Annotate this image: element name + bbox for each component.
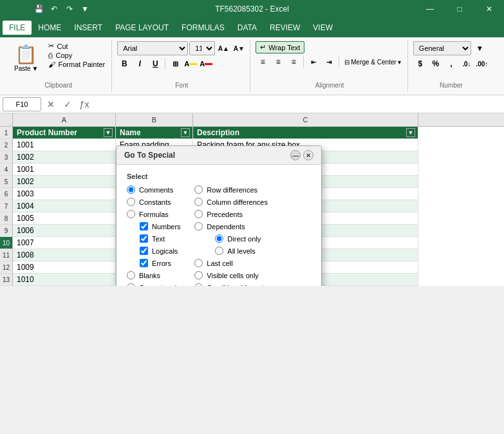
format-painter-btn[interactable]: 🖌 Format Painter	[46, 60, 107, 69]
cell-a10[interactable]: 1007	[13, 237, 116, 249]
cell-a13[interactable]: 1010	[13, 274, 116, 286]
col-header-b[interactable]: B	[116, 113, 193, 126]
menu-view[interactable]: VIEW	[306, 21, 339, 35]
wrap-text-btn[interactable]: ↵ Wrap Text	[256, 41, 304, 53]
font-size-select[interactable]: 11	[189, 41, 215, 55]
checkbox-errors[interactable]	[140, 259, 148, 267]
align-center-btn[interactable]: ≡	[271, 55, 285, 69]
radio-visible-only[interactable]	[194, 271, 203, 279]
merge-center-btn[interactable]: ⊟ Merge & Center ▾	[342, 57, 404, 67]
option-errors[interactable]: Errors	[140, 259, 184, 267]
cell-a6[interactable]: 1003	[13, 188, 116, 200]
decrease-indent-btn[interactable]: ⇤	[306, 55, 321, 69]
filter-arrow-b[interactable]: ▼	[181, 128, 190, 137]
radio-conditional-formats[interactable]	[194, 283, 203, 286]
option-dependents[interactable]: Dependents	[194, 222, 268, 231]
redo-qat-btn[interactable]: ↷	[63, 3, 76, 15]
copy-btn[interactable]: ⎙ Copy	[46, 51, 107, 60]
radio-col-diff[interactable]	[194, 198, 203, 206]
bold-btn[interactable]: B	[117, 57, 131, 71]
option-precedents[interactable]: Precedents	[194, 210, 268, 218]
checkbox-logicals[interactable]	[140, 247, 148, 255]
radio-all-levels[interactable]	[215, 247, 223, 255]
cell-a12[interactable]: 1009	[13, 261, 116, 274]
align-left-btn[interactable]: ≡	[256, 55, 270, 69]
border-btn[interactable]: ⊞	[168, 57, 182, 71]
radio-current-region[interactable]	[127, 283, 135, 286]
increase-font-btn[interactable]: A▲	[216, 41, 230, 55]
cell-a8[interactable]: 1005	[13, 212, 116, 225]
decrease-decimal-btn[interactable]: .0↓	[460, 57, 474, 71]
number-format-select[interactable]: General	[413, 41, 471, 55]
undo-qat-btn[interactable]: ↶	[48, 3, 61, 15]
accounting-btn[interactable]: $	[413, 57, 427, 71]
option-blanks[interactable]: Blanks	[127, 271, 184, 279]
option-visible-only[interactable]: Visible cells only	[194, 271, 268, 279]
underline-btn[interactable]: U	[148, 57, 162, 71]
cancel-formula-icon[interactable]: ✕	[44, 97, 58, 111]
font-name-select[interactable]: Arial	[117, 41, 188, 55]
filter-arrow-a[interactable]: ▼	[104, 128, 113, 137]
formula-input[interactable]	[94, 97, 501, 111]
dialog-minimize-btn[interactable]: —	[290, 150, 301, 160]
header-product-number[interactable]: Product Number ▼	[13, 127, 116, 139]
checkbox-numbers[interactable]	[140, 222, 148, 231]
option-row-diff[interactable]: Row differences	[194, 185, 268, 194]
option-logicals[interactable]: Logicals	[140, 247, 184, 255]
menu-data[interactable]: DATA	[231, 21, 263, 35]
cell-a4[interactable]: 1001	[13, 164, 116, 176]
radio-dependents[interactable]	[194, 222, 203, 231]
header-description[interactable]: Description ▼	[193, 127, 418, 139]
menu-formulas[interactable]: FORMULAS	[175, 21, 231, 35]
radio-blanks[interactable]	[127, 271, 135, 279]
align-right-btn[interactable]: ≡	[286, 55, 301, 69]
menu-file[interactable]: FILE	[3, 21, 32, 35]
cell-a9[interactable]: 1006	[13, 225, 116, 237]
radio-last-cell[interactable]	[194, 259, 203, 267]
col-header-c[interactable]: C	[193, 113, 418, 126]
insert-function-icon[interactable]: ƒx	[77, 97, 91, 111]
cell-a5[interactable]: 1002	[13, 176, 116, 188]
radio-constants[interactable]	[127, 198, 135, 206]
cell-a2[interactable]: 1001	[13, 139, 116, 151]
decrease-font-btn[interactable]: A▼	[232, 41, 246, 55]
percent-btn[interactable]: %	[429, 57, 443, 71]
cell-a7[interactable]: 1004	[13, 200, 116, 212]
increase-indent-btn[interactable]: ⇥	[322, 55, 336, 69]
close-btn[interactable]: ✕	[474, 0, 504, 18]
increase-decimal-btn[interactable]: .00↑	[475, 57, 489, 71]
number-format-arrow[interactable]: ▾	[472, 41, 487, 55]
radio-comments[interactable]	[127, 185, 135, 194]
save-qat-btn[interactable]: 💾	[32, 3, 45, 15]
radio-direct-only[interactable]	[215, 234, 223, 243]
italic-btn[interactable]: I	[133, 57, 147, 71]
radio-row-diff[interactable]	[194, 185, 203, 194]
confirm-formula-icon[interactable]: ✓	[61, 97, 75, 111]
minimize-btn[interactable]: —	[415, 0, 445, 18]
col-header-a[interactable]: A	[13, 113, 116, 126]
option-constants[interactable]: Constants	[127, 198, 184, 206]
comma-btn[interactable]: ,	[444, 57, 458, 71]
option-current-region[interactable]: Current region	[127, 283, 184, 286]
merge-arrow[interactable]: ▾	[398, 59, 401, 66]
menu-home[interactable]: HOME	[32, 21, 68, 35]
checkbox-text[interactable]	[140, 234, 148, 243]
paste-arrow[interactable]: ▼	[32, 65, 39, 72]
option-last-cell[interactable]: Last cell	[194, 259, 268, 267]
header-name[interactable]: Name ▼	[116, 127, 193, 139]
menu-review[interactable]: REVIEW	[263, 21, 306, 35]
cell-a3[interactable]: 1002	[13, 151, 116, 164]
radio-formulas[interactable]	[127, 210, 135, 218]
radio-precedents[interactable]	[194, 210, 203, 218]
cell-a11[interactable]: 1008	[13, 249, 116, 261]
option-formulas[interactable]: Formulas	[127, 210, 184, 218]
option-comments[interactable]: Comments	[127, 185, 184, 194]
option-text[interactable]: Text	[140, 234, 184, 243]
more-qat-btn[interactable]: ▼	[79, 3, 91, 15]
option-numbers[interactable]: Numbers	[140, 222, 184, 231]
cut-btn[interactable]: ✂ Cut	[46, 41, 107, 51]
option-conditional-formats[interactable]: Conditional formats	[194, 283, 268, 286]
menu-insert[interactable]: INSERT	[68, 21, 109, 35]
cell-reference-input[interactable]	[3, 97, 41, 111]
maximize-btn[interactable]: □	[445, 0, 474, 18]
